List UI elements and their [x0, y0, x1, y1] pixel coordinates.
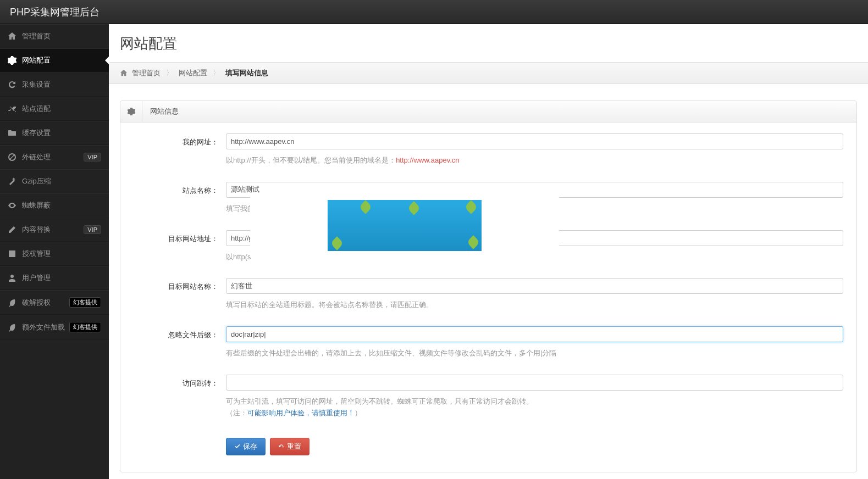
ignore-ext-help: 有些后缀的文件处理会出错的，请添加上去，比如压缩文件、视频文件等修改会乱码的文件…: [226, 348, 843, 359]
breadcrumb-separator: 〉: [213, 68, 220, 78]
pencil-icon: [8, 225, 16, 234]
home-icon: [8, 32, 16, 41]
save-button[interactable]: 保存: [226, 438, 266, 455]
magic-icon: [8, 177, 16, 186]
gear-icon: [120, 101, 142, 122]
form-panel: 网站信息 我的网址： 以http://开头，但不要以/结尾。您当前使用的域名是：…: [120, 101, 857, 472]
my-url-label: 我的网址：: [134, 133, 226, 176]
sidebar-item-6[interactable]: Gzip压缩: [0, 169, 109, 193]
sidebar-item-label: 授权管理: [22, 249, 101, 259]
sidebar-item-1[interactable]: 网站配置: [0, 48, 109, 73]
breadcrumb: 管理首页 〉 网站配置 〉 填写网站信息: [109, 62, 868, 84]
check-icon: [234, 443, 241, 450]
sidebar-item-12[interactable]: 额外文件加载幻客提供: [0, 315, 109, 339]
target-name-help: 填写目标站的全站通用标题。将会被站点名称替换，请匹配正确。: [226, 299, 843, 311]
sidebar-item-label: 网站配置: [22, 55, 101, 65]
redirect-label: 访问跳转：: [134, 375, 226, 429]
sidebar-item-4[interactable]: 缓存设置: [0, 121, 109, 145]
sidebar-item-label: 额外文件加载: [22, 322, 69, 332]
sidebar-badge: 幻客提供: [69, 297, 101, 308]
sidebar-item-0[interactable]: 管理首页: [0, 24, 109, 48]
panel-title: 网站信息: [142, 101, 186, 122]
sidebar-badge: VIP: [84, 153, 101, 161]
target-name-label: 目标网站名称：: [134, 278, 226, 321]
refresh-icon: [8, 80, 16, 89]
sidebar-item-5[interactable]: 外链处理VIP: [0, 145, 109, 169]
sidebar-nav: 管理首页网站配置采集设置站点适配缓存设置外链处理VIPGzip压缩蜘蛛屏蔽内容替…: [0, 24, 109, 479]
sidebar-badge: 幻客提供: [69, 322, 101, 332]
target-name-input[interactable]: [226, 278, 843, 294]
sidebar-item-9[interactable]: 授权管理: [0, 242, 109, 266]
reset-button[interactable]: 重置: [270, 438, 309, 455]
sidebar-item-7[interactable]: 蜘蛛屏蔽: [0, 193, 109, 218]
refresh-icon: [278, 443, 285, 450]
sidebar-item-2[interactable]: 采集设置: [0, 73, 109, 97]
redirect-help: 可为主站引流，填写可访问的网址，留空则为不跳转。蜘蛛可正常爬取，只有正常访问才会…: [226, 396, 843, 419]
sidebar-item-label: 站点适配: [22, 104, 101, 114]
sidebar-item-10[interactable]: 用户管理: [0, 266, 109, 290]
site-name-label: 站点名称：: [134, 182, 226, 225]
eye-icon: [8, 201, 16, 210]
sidebar-item-label: 外链处理: [22, 152, 84, 162]
sidebar-item-label: 管理首页: [22, 31, 101, 41]
my-url-help: 以http://开头，但不要以/结尾。您当前使用的域名是：http://www.…: [226, 155, 843, 166]
breadcrumb-current: 填写网站信息: [225, 68, 268, 78]
sidebar-item-label: 内容替换: [22, 225, 84, 235]
panel-header: 网站信息: [120, 101, 856, 122]
app-header: PHP采集网管理后台: [0, 0, 868, 24]
target-url-label: 目标网站地址：: [134, 230, 226, 273]
sidebar-item-label: 破解授权: [22, 298, 69, 308]
home-icon: [120, 69, 128, 77]
shuffle-icon: [8, 104, 16, 113]
sidebar-item-label: 缓存设置: [22, 128, 101, 138]
gear-icon: [8, 56, 16, 65]
sidebar-item-11[interactable]: 破解授权幻客提供: [0, 290, 109, 315]
check-icon: [8, 249, 16, 258]
folder-icon: [8, 129, 16, 137]
sidebar-badge: VIP: [84, 225, 101, 234]
sidebar-item-label: 蜘蛛屏蔽: [22, 200, 101, 210]
page-title: 网站配置: [109, 31, 868, 62]
ban-icon: [8, 153, 16, 161]
breadcrumb-separator: 〉: [166, 68, 173, 78]
leaf-icon: [8, 298, 16, 307]
form-body: 我的网址： 以http://开头，但不要以/结尾。您当前使用的域名是：http:…: [120, 122, 856, 472]
sidebar-item-label: 用户管理: [22, 273, 101, 283]
sidebar-item-3[interactable]: 站点适配: [0, 97, 109, 121]
my-url-input[interactable]: [226, 133, 843, 149]
sidebar-item-label: Gzip压缩: [22, 176, 101, 186]
app-title: PHP采集网管理后台: [10, 5, 99, 19]
sidebar-item-8[interactable]: 内容替换VIP: [0, 218, 109, 242]
overlay-image: [250, 193, 559, 258]
ignore-ext-label: 忽略文件后缀：: [134, 326, 226, 369]
ignore-ext-input[interactable]: [226, 326, 843, 342]
sidebar-item-label: 采集设置: [22, 80, 101, 90]
breadcrumb-item[interactable]: 网站配置: [179, 68, 207, 78]
redirect-input[interactable]: [226, 375, 843, 391]
leaf-icon: [8, 323, 16, 332]
user-icon: [8, 274, 16, 282]
breadcrumb-item[interactable]: 管理首页: [132, 68, 161, 78]
